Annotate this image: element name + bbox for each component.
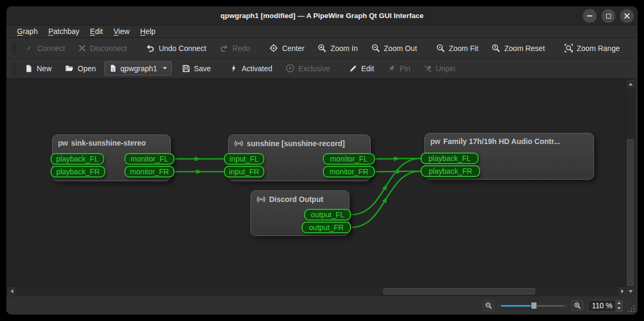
redo-label: Redo — [232, 44, 250, 53]
slider-tick — [499, 304, 499, 308]
scroll-right-button[interactable] — [618, 287, 626, 295]
toolbar-separator — [260, 42, 260, 55]
new-button[interactable]: New — [20, 61, 56, 76]
pin-label: Pin — [399, 64, 410, 73]
vertical-scrollbar-thumb[interactable] — [627, 139, 634, 286]
node-header: pw Family 17h/19h HD Audio Contr... — [430, 137, 560, 146]
zoom-in-label: Zoom In — [330, 44, 357, 53]
menu-patchbay[interactable]: Patchbay — [43, 26, 85, 37]
menu-edit[interactable]: Edit — [85, 26, 108, 37]
toolbar-separator — [220, 62, 221, 75]
center-button[interactable]: Center — [264, 41, 309, 56]
graph-canvas[interactable]: pw sink-sunshine-stereo playback_FL play… — [7, 80, 626, 287]
statusbar-zoom-out-button[interactable] — [482, 300, 495, 311]
zoom-out-button[interactable]: Zoom Out — [366, 41, 422, 56]
arrow-right-icon — [621, 289, 624, 293]
save-label: Save — [194, 64, 211, 73]
connect-button[interactable]: Connect — [20, 41, 70, 56]
close-icon — [624, 13, 630, 19]
zoom-level-value[interactable]: 110 % — [588, 300, 615, 311]
port[interactable]: input_FR — [224, 166, 264, 178]
port[interactable]: playback_FL — [421, 153, 479, 164]
zoom-out-icon — [371, 44, 380, 53]
zoom-reset-button[interactable]: Zoom Reset — [487, 41, 549, 56]
disconnect-label: Disconnect — [90, 44, 127, 53]
port[interactable]: input_FL — [224, 153, 264, 165]
toolbar-drag-handle[interactable] — [12, 43, 15, 54]
port[interactable]: output_FL — [304, 209, 351, 221]
port[interactable]: playback_FR — [421, 165, 480, 177]
connection[interactable] — [375, 158, 421, 159]
edit-button[interactable]: Edit — [344, 61, 379, 76]
slider-handle[interactable] — [531, 302, 537, 309]
menu-graph[interactable]: Graph — [12, 26, 43, 37]
zoom-range-icon — [564, 44, 573, 53]
redo-button[interactable]: Redo — [215, 41, 255, 56]
zoom-in-button[interactable]: Zoom In — [313, 41, 362, 56]
port[interactable]: monitor_FL — [124, 153, 174, 165]
zoom-fit-icon — [436, 44, 445, 53]
zoom-in-icon — [574, 302, 581, 309]
port[interactable]: output_FR — [302, 222, 351, 233]
menubar: Graph Patchbay Edit View Help — [6, 26, 638, 38]
port[interactable]: monitor_FR — [124, 166, 174, 178]
menu-help[interactable]: Help — [135, 26, 161, 37]
open-label: Open — [78, 64, 96, 73]
port[interactable]: monitor_FR — [323, 166, 375, 178]
toolbar-drag-handle[interactable] — [12, 63, 15, 74]
horizontal-scrollbar-thumb[interactable] — [383, 288, 535, 294]
activated-label: Activated — [241, 64, 272, 73]
statusbar: 110 % — [6, 296, 638, 315]
minimize-icon — [587, 15, 592, 16]
zoom-range-label: Zoom Range — [577, 44, 620, 53]
disconnect-button[interactable]: Disconnect — [73, 41, 131, 56]
undo-connect-button[interactable]: Undo Connect — [141, 41, 211, 56]
zoom-reset-icon — [491, 44, 500, 53]
exclusive-button[interactable]: Exclusive — [281, 61, 334, 76]
spin-down-button[interactable] — [615, 306, 622, 311]
connection-arrow — [382, 196, 389, 203]
center-icon — [269, 44, 278, 53]
statusbar-zoom-in-button[interactable] — [571, 300, 583, 311]
slider-fill — [501, 305, 534, 307]
menu-view[interactable]: View — [108, 26, 135, 37]
window-resize-grip[interactable] — [628, 305, 635, 312]
save-button[interactable]: Save — [177, 61, 216, 76]
patchbay-selector[interactable]: qpwgraph1 — [104, 61, 171, 75]
scroll-down-button[interactable] — [626, 287, 635, 295]
scroll-up-button[interactable] — [626, 80, 635, 88]
horizontal-scrollbar[interactable] — [7, 286, 626, 295]
scroll-left-button[interactable] — [7, 287, 16, 295]
node-title: Discord Output — [269, 195, 323, 204]
connection-arrow — [195, 157, 200, 162]
edit-pencil-icon — [349, 64, 357, 73]
minimize-button[interactable] — [583, 9, 597, 23]
maximize-button[interactable] — [601, 9, 615, 23]
titlebar[interactable]: qpwgraph1 [modified] — A PipeWire Graph … — [6, 6, 638, 26]
node-header: Discord Output — [256, 195, 323, 204]
maximize-icon — [606, 14, 611, 19]
zoom-slider[interactable] — [501, 301, 565, 310]
spin-up-button[interactable] — [615, 300, 622, 306]
close-button[interactable] — [620, 9, 634, 23]
connection[interactable] — [375, 171, 421, 172]
port[interactable]: monitor_FL — [323, 153, 375, 165]
broadcast-icon — [256, 195, 266, 204]
zoom-fit-label: Zoom Fit — [449, 44, 478, 53]
zoom-range-button[interactable]: Zoom Range — [559, 41, 625, 56]
zoom-level-spinbox[interactable]: 110 % — [588, 300, 623, 312]
chevron-down-icon — [163, 67, 167, 70]
zoom-fit-button[interactable]: Zoom Fit — [431, 41, 483, 56]
open-button[interactable]: Open — [60, 61, 101, 76]
unpin-button[interactable]: Unpin — [419, 61, 461, 76]
activated-bolt-icon — [230, 64, 238, 72]
node-title: sink-sunshine-stereo — [71, 139, 146, 147]
toolbar-main: Connect Disconnect Undo Connect Redo Cen… — [6, 38, 638, 58]
activated-button[interactable]: Activated — [225, 61, 277, 76]
port[interactable]: playback_FR — [51, 166, 105, 178]
vertical-scrollbar[interactable] — [626, 80, 634, 295]
unpin-icon — [424, 64, 432, 73]
port[interactable]: playback_FL — [51, 153, 104, 165]
pin-button[interactable]: Pin — [382, 61, 415, 76]
window-controls — [583, 9, 634, 23]
